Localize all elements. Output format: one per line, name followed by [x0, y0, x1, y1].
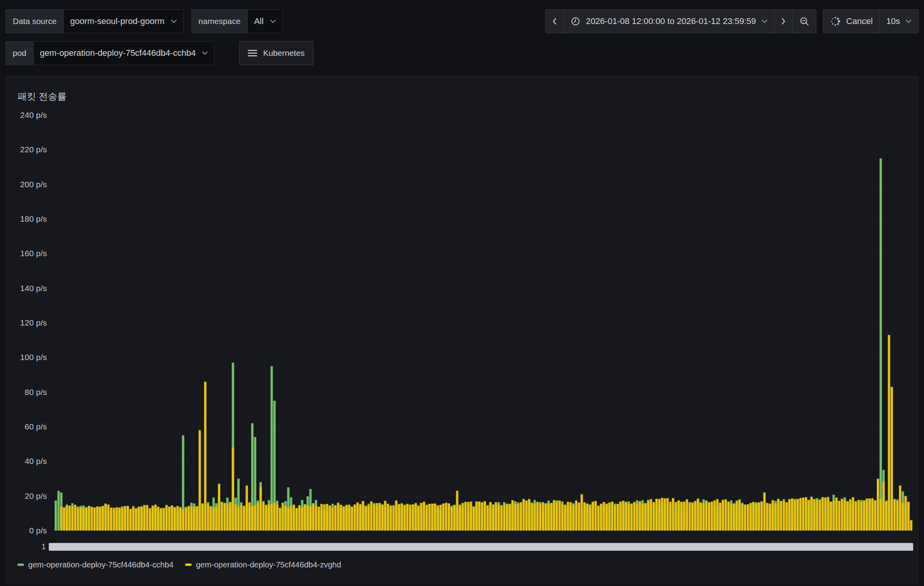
- horizontal-scrollbar[interactable]: [49, 543, 913, 551]
- legend-label: gem-operation-deploy-75cf446db4-cchb4: [28, 560, 173, 569]
- legend-item-zvghd[interactable]: gem-operation-deploy-75cf446db4-zvghd: [185, 560, 341, 569]
- pod-value: gem-operation-deploy-75cf446db4-cchb4: [40, 48, 196, 58]
- refresh-interval-select[interactable]: 10s: [879, 10, 918, 33]
- legend-item-cchb4[interactable]: gem-operation-deploy-75cf446db4-cchb4: [17, 560, 173, 569]
- y-tick-label: 0 p/s: [29, 526, 47, 536]
- y-axis: 240 p/s220 p/s200 p/s180 p/s160 p/s140 p…: [6, 76, 51, 584]
- y-tick-label: 140 p/s: [20, 283, 47, 293]
- y-tick-label: 180 p/s: [20, 214, 47, 224]
- zoom-out-icon: [799, 16, 809, 26]
- legend-label: gem-operation-deploy-75cf446db4-zvghd: [196, 560, 341, 569]
- series-bars-cchb4: [55, 159, 912, 531]
- datasource-label: Data source: [6, 10, 64, 33]
- pod-label: pod: [6, 41, 34, 65]
- datasource-control: Data source goorm-seoul-prod-goorm: [5, 9, 184, 33]
- series-bars-zvghd: [60, 335, 912, 531]
- time-shift-forward-button[interactable]: [774, 10, 792, 33]
- pod-control: pod gem-operation-deploy-75cf446db4-cchb…: [5, 41, 215, 65]
- namespace-control: namespace All: [191, 9, 283, 33]
- namespace-select[interactable]: All: [248, 10, 282, 33]
- loading-spinner-icon: [830, 16, 841, 27]
- chevron-down-icon: [761, 19, 768, 23]
- legend: gem-operation-deploy-75cf446db4-cchb4 ge…: [17, 560, 341, 569]
- zoom-out-time-button[interactable]: [792, 10, 816, 33]
- toolbar-row-2: pod gem-operation-deploy-75cf446db4-cchb…: [5, 41, 919, 65]
- chevron-left-icon: [552, 18, 557, 25]
- y-tick-label: 60 p/s: [25, 422, 47, 432]
- refresh-group: Cancel 10s: [823, 9, 919, 33]
- chevron-down-icon: [905, 19, 912, 23]
- y-tick-label: 240 p/s: [20, 110, 47, 120]
- kubernetes-button[interactable]: Kubernetes: [239, 41, 313, 65]
- cancel-label: Cancel: [846, 16, 872, 26]
- datasource-value: goorm-seoul-prod-goorm: [70, 16, 164, 26]
- chevron-down-icon: [171, 19, 177, 23]
- y-tick-label: 220 p/s: [20, 145, 47, 155]
- legend-swatch-green: [17, 564, 24, 566]
- x-axis-label-partial: 1: [41, 542, 46, 551]
- namespace-label: namespace: [192, 10, 248, 33]
- chevron-down-icon: [270, 19, 276, 23]
- clock-icon: [570, 16, 581, 26]
- pod-select[interactable]: gem-operation-deploy-75cf446db4-cchb4: [34, 41, 214, 65]
- y-tick-label: 20 p/s: [25, 491, 47, 501]
- y-tick-label: 100 p/s: [20, 352, 47, 362]
- chevron-down-icon: [202, 51, 208, 55]
- y-tick-label: 80 p/s: [25, 387, 47, 397]
- y-tick-label: 160 p/s: [20, 248, 47, 259]
- menu-icon: [248, 50, 257, 57]
- packet-rate-panel: 패킷 전송률 240 p/s220 p/s200 p/s180 p/s160 p…: [5, 76, 919, 584]
- chevron-right-icon: [781, 18, 786, 25]
- kubernetes-label: Kubernetes: [263, 48, 304, 58]
- refresh-interval-value: 10s: [886, 16, 900, 26]
- y-tick-label: 120 p/s: [20, 318, 47, 328]
- toolbar-row-1: Data source goorm-seoul-prod-goorm names…: [5, 9, 919, 33]
- timeseries-plot[interactable]: [55, 115, 913, 531]
- namespace-value: All: [254, 16, 263, 26]
- cancel-refresh-button[interactable]: Cancel: [823, 10, 879, 33]
- y-tick-label: 200 p/s: [20, 179, 47, 190]
- y-tick-label: 40 p/s: [25, 456, 47, 466]
- time-range-text: 2026-01-08 12:00:00 to 2026-01-12 23:59:…: [586, 16, 756, 26]
- time-range-picker-button[interactable]: 2026-01-08 12:00:00 to 2026-01-12 23:59:…: [563, 10, 774, 33]
- time-nav-group: 2026-01-08 12:00:00 to 2026-01-12 23:59:…: [545, 9, 816, 33]
- datasource-select[interactable]: goorm-seoul-prod-goorm: [64, 10, 183, 33]
- time-shift-back-button[interactable]: [546, 10, 563, 33]
- legend-swatch-yellow: [185, 564, 192, 566]
